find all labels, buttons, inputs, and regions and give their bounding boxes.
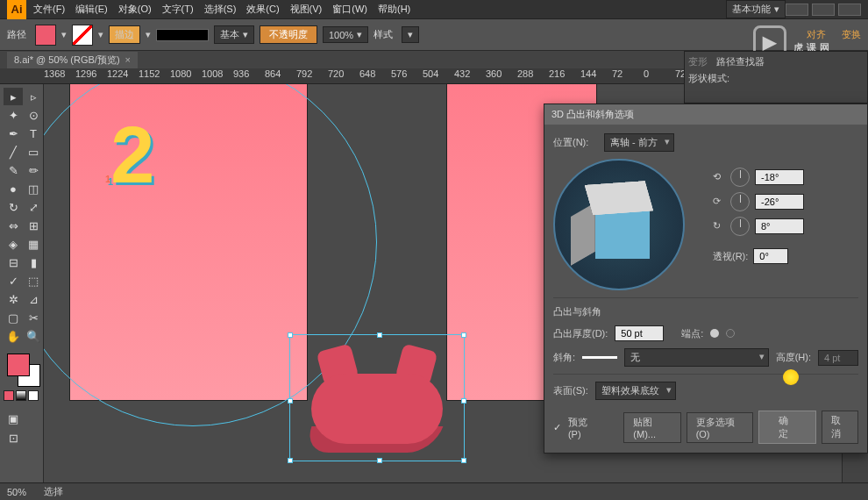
fill-swatch[interactable] <box>35 25 56 46</box>
gradient-tool[interactable]: ▮ <box>24 254 43 271</box>
selection-tool[interactable]: ▸ <box>4 88 23 105</box>
rotate-y-input[interactable] <box>755 194 804 210</box>
color-picker[interactable] <box>4 352 39 387</box>
menu-type[interactable]: 文字(T) <box>162 3 194 16</box>
shape-builder-tool[interactable]: ◈ <box>4 235 23 253</box>
artboard-tool[interactable]: ▢ <box>4 309 23 326</box>
document-tab[interactable]: 8.ai* @ 50% (RGB/预览)× <box>7 52 138 68</box>
menu-file[interactable]: 文件(F) <box>33 3 65 16</box>
cancel-button[interactable]: 取消 <box>822 411 858 444</box>
color-mode-none[interactable] <box>28 390 39 401</box>
rotation-preview[interactable] <box>553 159 685 290</box>
foreground-color[interactable] <box>7 354 30 376</box>
rectangle-tool[interactable]: ▭ <box>24 143 43 161</box>
handle-mr[interactable] <box>461 398 466 404</box>
pen-tool[interactable]: ✒ <box>4 125 23 142</box>
handle-bl[interactable] <box>288 458 293 463</box>
menu-view[interactable]: 视图(V) <box>290 3 323 16</box>
extrude-section-label: 凸出与斜角 <box>553 305 858 318</box>
zoom-level[interactable]: 50% <box>7 487 26 497</box>
rotate-tool[interactable]: ↻ <box>4 198 23 216</box>
handle-bm[interactable] <box>377 458 382 463</box>
direct-selection-tool[interactable]: ▹ <box>24 88 43 105</box>
align-link[interactable]: 对齐 <box>807 28 826 41</box>
minimize-button[interactable] <box>786 4 808 16</box>
eyedropper-tool[interactable]: ✓ <box>4 272 23 289</box>
eraser-tool[interactable]: ◫ <box>24 180 43 197</box>
paintbrush-tool[interactable]: ✎ <box>4 161 23 179</box>
screen-mode[interactable]: ▣ <box>4 410 23 427</box>
panel-tab-transform[interactable]: 变形 <box>688 55 708 68</box>
blob-brush-tool[interactable]: ● <box>4 180 23 197</box>
fill-dropdown-icon[interactable]: ▾ <box>61 29 67 40</box>
panel-tab-pathfinder[interactable]: 路径查找器 <box>716 55 765 68</box>
mesh-tool[interactable]: ⊟ <box>4 254 23 271</box>
preview-label[interactable]: 预览(P) <box>568 416 597 439</box>
pencil-tool[interactable]: ✏ <box>24 161 43 179</box>
menu-window[interactable]: 窗口(W) <box>332 3 367 16</box>
blend-tool[interactable]: ⬚ <box>24 272 43 289</box>
rotate-z-dial[interactable] <box>730 217 750 236</box>
depth-input[interactable] <box>615 325 664 341</box>
style-label: 样式 <box>374 28 393 41</box>
position-label: 位置(N): <box>553 136 597 149</box>
hand-tool[interactable]: ✋ <box>4 327 23 345</box>
perspective-input[interactable] <box>753 248 788 264</box>
close-button[interactable] <box>838 4 861 16</box>
magic-wand-tool[interactable]: ✦ <box>4 106 23 124</box>
cap-on-icon[interactable] <box>710 329 719 338</box>
rotate-x-input[interactable] <box>755 169 804 185</box>
menu-edit[interactable]: 编辑(E) <box>75 3 108 16</box>
cap-off-icon[interactable] <box>726 329 735 338</box>
stroke-weight-dd-icon[interactable]: ▾ <box>146 29 151 40</box>
opacity-value[interactable]: 100% ▾ <box>323 26 368 43</box>
line-tool[interactable]: ╱ <box>4 143 23 161</box>
handle-tl[interactable] <box>288 332 293 338</box>
height-input[interactable] <box>818 350 858 366</box>
brush-def[interactable]: 基本 ▾ <box>214 25 254 44</box>
handle-tr[interactable] <box>461 332 466 338</box>
style-dd[interactable]: ▾ <box>402 26 419 43</box>
ok-button[interactable]: 确定 <box>758 411 816 444</box>
close-tab-icon[interactable]: × <box>125 54 131 65</box>
stroke-swatch[interactable] <box>72 25 93 46</box>
width-tool[interactable]: ⇔ <box>4 217 23 234</box>
color-mode-gradient[interactable] <box>16 390 26 401</box>
stroke-dropdown-icon[interactable]: ▾ <box>98 29 103 40</box>
handle-tm[interactable] <box>377 332 382 338</box>
more-options-button[interactable]: 更多选项(O) <box>687 412 753 443</box>
rotate-y-dial[interactable] <box>730 192 750 211</box>
bevel-dropdown[interactable]: 无 <box>624 348 769 367</box>
menu-effect[interactable]: 效果(C) <box>246 3 279 16</box>
zoom-tool[interactable]: 🔍 <box>24 327 43 345</box>
position-dropdown[interactable]: 离轴 - 前方 <box>604 133 674 152</box>
color-mode-fill[interactable] <box>4 390 14 401</box>
preview-checkbox[interactable]: ✓ <box>553 422 563 432</box>
brush-sample[interactable] <box>156 29 209 41</box>
perspective-tool[interactable]: ▦ <box>24 235 43 253</box>
control-bar: 路径 ▾ ▾ 描边 ▾ 基本 ▾ 不透明度 100% ▾ 样式 ▾ 对齐 变换 <box>0 19 868 51</box>
handle-ml[interactable] <box>288 398 293 404</box>
screen-mode-full[interactable]: ⊡ <box>4 429 23 446</box>
type-tool[interactable]: T <box>24 125 43 142</box>
lasso-tool[interactable]: ⊙ <box>24 106 43 124</box>
menu-select[interactable]: 选择(S) <box>204 3 237 16</box>
menu-help[interactable]: 帮助(H) <box>378 3 410 16</box>
graph-tool[interactable]: ⊿ <box>24 290 43 308</box>
slice-tool[interactable]: ✂ <box>24 309 43 326</box>
transform-link[interactable]: 变换 <box>842 28 861 41</box>
map-art-button[interactable]: 贴图(M)... <box>623 412 680 443</box>
free-transform-tool[interactable]: ⊞ <box>24 217 43 234</box>
handle-br[interactable] <box>461 458 466 463</box>
rotate-x-dial[interactable] <box>730 168 750 187</box>
extrude-bevel-dialog: 3D 凸出和斜角选项 位置(N): 离轴 - 前方 ⟲ ⟳ <box>544 104 868 454</box>
pathfinder-panel[interactable]: 变形 路径查找器 形状模式: <box>684 51 868 104</box>
workspace-switcher[interactable]: 基本功能 ▾ <box>726 0 786 18</box>
scale-tool[interactable]: ⤢ <box>24 198 43 216</box>
rotate-z-input[interactable] <box>755 218 804 234</box>
stroke-weight[interactable]: 描边 <box>109 25 140 44</box>
symbol-sprayer-tool[interactable]: ✲ <box>4 290 23 308</box>
maximize-button[interactable] <box>812 4 835 16</box>
surface-dropdown[interactable]: 塑料效果底纹 <box>595 382 676 400</box>
menu-object[interactable]: 对象(O) <box>118 3 152 16</box>
